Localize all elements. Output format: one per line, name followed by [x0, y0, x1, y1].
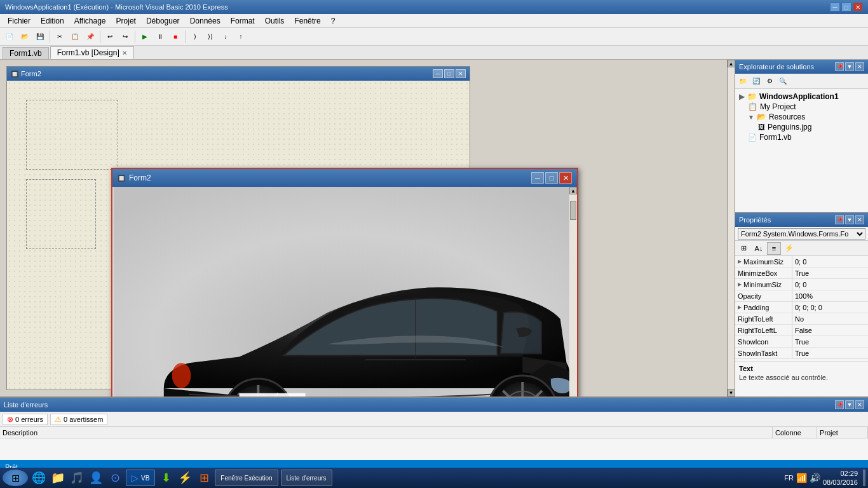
prop-value-showicon: True — [792, 336, 868, 347]
prop-value-maximumsize: 0; 0 — [792, 256, 868, 267]
taskbar-window-btn[interactable]: Fenêtre Exécution — [215, 470, 278, 486]
taskbar-user[interactable]: 👤 — [88, 470, 104, 486]
properties-panel: Propriétés 📌 ▼ ✕ Form2 System.Windows.Fo… — [735, 212, 868, 396]
toolbar-pause[interactable]: ⏸ — [153, 30, 167, 44]
toolbar-save[interactable]: 💾 — [33, 30, 47, 44]
close-button[interactable]: ✕ — [853, 3, 863, 11]
menu-outils[interactable]: Outils — [260, 15, 290, 27]
form2-design-minimize[interactable]: ─ — [433, 69, 443, 78]
taskbar-explorer[interactable]: 📁 — [50, 470, 66, 486]
prop-value-padding: 0; 0; 0; 0 — [792, 302, 868, 313]
designer-scrollbar[interactable]: ▲ ▼ — [727, 60, 735, 396]
taskbar-torrent[interactable]: ⬇ — [158, 470, 174, 486]
error-panel: Liste d'erreurs 📌 ▼ ✕ ⊗ 0 erreurs ⚠ 0 av… — [0, 398, 868, 460]
runtime-scrollbar[interactable]: ▲ ▼ — [569, 187, 577, 396]
tree-resources-arrow: ▼ — [748, 114, 754, 121]
tab-form1vb[interactable]: Form1.vb — [3, 47, 49, 59]
toolbar-new[interactable]: 📄 — [3, 30, 17, 44]
maximize-button[interactable]: □ — [841, 3, 851, 11]
panel-pin-btn[interactable]: 📌 — [835, 62, 844, 71]
taskbar-squares[interactable]: ⊞ — [196, 470, 212, 486]
taskbar-errors-btn[interactable]: Liste d'erreurs — [281, 470, 332, 486]
prop-value-righttoleftl: False — [792, 325, 868, 336]
error-dropdown-btn[interactable]: ▼ — [845, 400, 854, 409]
tree-solution[interactable]: ▶ 📁 WindowsApplication1 — [738, 92, 865, 102]
toolbar-debug1[interactable]: ⟩ — [188, 30, 202, 44]
se-toolbar-btn1[interactable]: 📁 — [736, 75, 749, 88]
prop-alphabetic-btn[interactable]: A↓ — [752, 242, 766, 255]
toolbar-open[interactable]: 📂 — [18, 30, 32, 44]
taskbar-sound-icon: 🔊 — [810, 473, 820, 483]
designer-scroll-down[interactable]: ▼ — [728, 389, 735, 396]
menu-debuguer[interactable]: Déboguer — [141, 15, 185, 27]
prop-row-minimumsize: MinimumSiz 0; 0 — [735, 279, 868, 290]
start-button[interactable]: ⊞ — [3, 470, 28, 486]
svg-point-2 — [172, 363, 191, 388]
toolbar-paste[interactable]: 📌 — [83, 30, 97, 44]
tree-myproject[interactable]: 📋 My Project — [738, 102, 865, 112]
runtime-maximize[interactable]: □ — [545, 172, 558, 184]
scrollbar-thumb[interactable] — [570, 201, 576, 220]
form2-design-close[interactable]: ✕ — [456, 69, 466, 78]
errors-count-btn[interactable]: ⊗ 0 erreurs — [3, 414, 48, 425]
prop-value-showintask: True — [792, 348, 868, 358]
prop-categorized-btn[interactable]: ⊞ — [736, 242, 750, 255]
prop-dropdown-btn[interactable]: ▼ — [845, 215, 854, 224]
taskbar-date-value: 08/03/2016 — [823, 478, 858, 487]
toolbar-debug2[interactable]: ⟩⟩ — [203, 30, 217, 44]
se-toolbar-btn3[interactable]: ⚙ — [763, 75, 776, 88]
toolbar-copy[interactable]: 📋 — [68, 30, 82, 44]
prop-events-btn[interactable]: ⚡ — [782, 242, 796, 255]
panel-dropdown-btn[interactable]: ▼ — [845, 62, 854, 71]
toolbar-redo[interactable]: ↪ — [118, 30, 132, 44]
menu-bar: Fichier Edition Affichage Projet Débogue… — [0, 14, 868, 28]
menu-help[interactable]: ? — [326, 15, 341, 27]
scrollbar-up[interactable]: ▲ — [569, 187, 577, 194]
se-toolbar-btn4[interactable]: 🔍 — [776, 75, 789, 88]
tree-penguins[interactable]: 🖼 Penguins.jpg — [738, 122, 865, 132]
toolbar-undo[interactable]: ↩ — [103, 30, 117, 44]
menu-edition[interactable]: Edition — [36, 15, 69, 27]
taskbar-media[interactable]: 🎵 — [69, 470, 85, 486]
error-pin-btn[interactable]: 📌 — [835, 400, 844, 409]
prop-row-minimizebox: MinimizeBox True — [735, 268, 868, 279]
tree-form1vb[interactable]: 📄 Form1.vb — [738, 132, 865, 142]
menu-format[interactable]: Format — [226, 15, 260, 27]
taskbar-show-desktop[interactable] — [863, 470, 865, 486]
warnings-count-btn[interactable]: ⚠ 0 avertissem — [50, 414, 107, 425]
menu-fichier[interactable]: Fichier — [3, 15, 36, 27]
toolbar-run[interactable]: ▶ — [138, 30, 152, 44]
toolbar-debug3[interactable]: ↓ — [219, 30, 233, 44]
toolbar-debug4[interactable]: ↑ — [234, 30, 248, 44]
menu-affichage[interactable]: Affichage — [69, 15, 111, 27]
runtime-minimize[interactable]: ─ — [531, 172, 544, 184]
panel-close-btn[interactable]: ✕ — [855, 62, 864, 71]
prop-properties-btn[interactable]: ≡ — [767, 242, 781, 255]
menu-fenetre[interactable]: Fenêtre — [289, 15, 325, 27]
minimize-button[interactable]: ─ — [830, 3, 840, 11]
se-toolbar-btn2[interactable]: 🔄 — [750, 75, 763, 88]
right-panel: Explorateur de solutions 📌 ▼ ✕ 📁 🔄 ⚙ 🔍 ▶… — [735, 60, 868, 396]
tree-resources[interactable]: ▼ 📂 Resources — [738, 112, 865, 122]
error-close-btn[interactable]: ✕ — [855, 400, 864, 409]
menu-donnees[interactable]: Données — [185, 15, 226, 27]
taskbar-time: 02:29 08/03/2016 — [823, 469, 858, 487]
toolbar-stop[interactable]: ■ — [168, 30, 182, 44]
designer-scroll-up[interactable]: ▲ — [728, 60, 735, 67]
taskbar-vb-btn[interactable]: ▷ VB — [126, 470, 155, 486]
designer-area: 🔲 Form2 ─ □ ✕ 🔲 — [0, 60, 735, 396]
tab-close-icon[interactable]: ✕ — [122, 50, 127, 57]
taskbar-lightning[interactable]: ⚡ — [177, 470, 193, 486]
form2-runtime-content: ▲ ▼ — [112, 187, 577, 396]
taskbar-ie[interactable]: 🌐 — [31, 470, 47, 486]
prop-list: MaximumSiz 0; 0 MinimizeBox True Minimum… — [735, 256, 868, 362]
tab-form1vb-design[interactable]: Form1.vb [Design] ✕ — [50, 46, 134, 59]
form2-design-maximize[interactable]: □ — [444, 69, 454, 78]
prop-close-btn[interactable]: ✕ — [855, 215, 864, 224]
toolbar-cut[interactable]: ✂ — [53, 30, 67, 44]
prop-pin-btn[interactable]: 📌 — [835, 215, 844, 224]
prop-object-select[interactable]: Form2 System.Windows.Forms.Fo — [738, 228, 865, 240]
taskbar-chrome[interactable]: ⊙ — [107, 470, 123, 486]
menu-projet[interactable]: Projet — [111, 15, 141, 27]
runtime-close[interactable]: ✕ — [559, 172, 572, 184]
